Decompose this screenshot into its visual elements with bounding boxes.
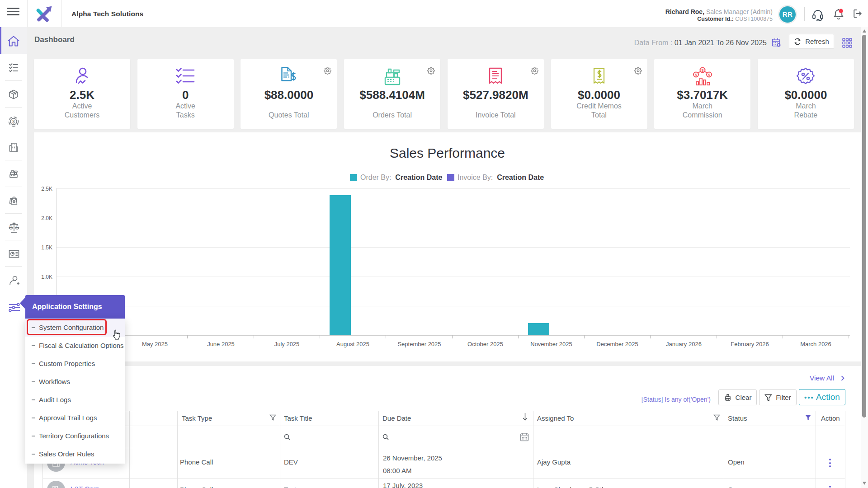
- svg-text:D: D: [9, 225, 13, 229]
- svg-text:$: $: [695, 73, 697, 77]
- svg-text:$: $: [701, 68, 703, 73]
- svg-text:$: $: [708, 73, 710, 77]
- svg-text:C: C: [16, 225, 19, 229]
- svg-text:$: $: [12, 119, 15, 124]
